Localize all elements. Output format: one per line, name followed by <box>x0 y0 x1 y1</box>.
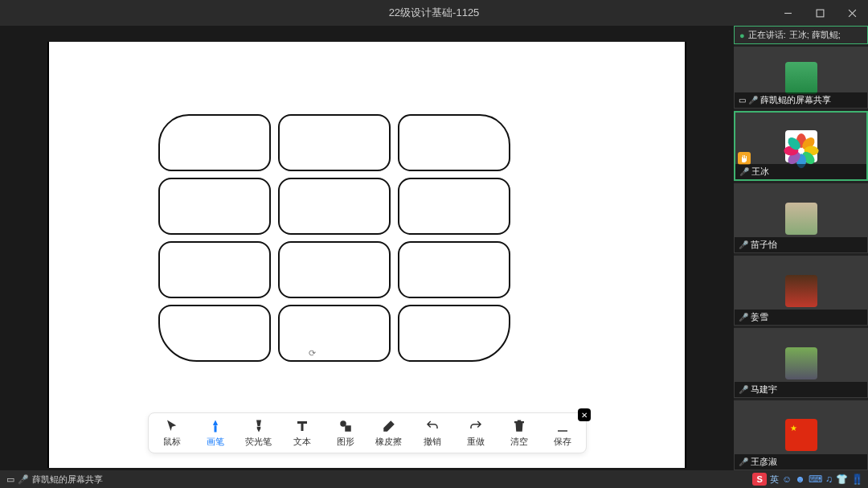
avatar <box>785 275 817 307</box>
tool-cursor[interactable]: 鼠标 <box>157 418 187 448</box>
loading-cursor-icon: ⟳ <box>309 348 316 359</box>
participant-name: 王冰 <box>751 166 769 178</box>
participant-label: ▭ 🎤 薛凯鲲的屏幕共享 <box>735 92 867 108</box>
grid-cell <box>398 178 510 235</box>
grid-cell <box>278 114 391 171</box>
pen-icon <box>207 418 223 434</box>
tool-clear[interactable]: 清空 <box>504 418 534 448</box>
highlighter-icon <box>251 418 267 434</box>
title-bar: 22级设计基础-1125 <box>0 0 868 26</box>
participant-tile[interactable]: ★ 🎤 王彦淑 <box>734 400 868 470</box>
participant-label: 🎤 王冰 <box>735 164 866 179</box>
ime-badge[interactable]: S <box>752 473 767 486</box>
maximize-button[interactable] <box>804 0 836 26</box>
shared-screen-region: ⟳ ✕ 鼠标 画笔 荧光笔 文本 <box>0 26 734 470</box>
participant-label: 🎤 姜雪 <box>735 310 867 325</box>
participant-tile[interactable]: 🎤 马建宇 <box>734 328 868 398</box>
toolbar-close-button[interactable]: ✕ <box>578 408 591 421</box>
tool-highlighter[interactable]: 荧光笔 <box>244 418 274 448</box>
grid-cell <box>158 114 271 171</box>
grid-cell <box>158 241 271 298</box>
screen-share-icon: ▭ <box>6 474 14 485</box>
tool-shapes[interactable]: 图形 <box>330 418 361 448</box>
tool-pen[interactable]: 画笔 <box>200 418 231 448</box>
mic-muted-icon: 🎤 <box>739 457 748 466</box>
undo-icon <box>424 418 440 434</box>
sharer-name: 薛凯鲲的屏幕共享 <box>32 474 103 486</box>
avatar: ★ <box>785 419 817 451</box>
grid-cell <box>278 305 391 362</box>
bottom-status-bar: ▭ 🎤 薛凯鲲的屏幕共享 S 英 ☺ ☻ ⌨ ♫ 👕 👖 <box>0 470 868 488</box>
avatar <box>785 62 817 94</box>
mic-on-icon: 🎤 <box>739 167 749 176</box>
tool-save[interactable]: 保存 <box>547 418 578 448</box>
system-tray: S 英 ☺ ☻ ⌨ ♫ 👕 👖 <box>752 470 868 488</box>
tool-undo[interactable]: 撤销 <box>417 418 448 448</box>
mic-muted-icon: 🎤 <box>748 96 758 105</box>
participant-name: 姜雪 <box>751 311 768 323</box>
avatar <box>785 347 817 379</box>
participant-name: 薛凯鲲的屏幕共享 <box>760 94 831 106</box>
tray-icon[interactable]: 👖 <box>851 474 863 485</box>
page-right-border <box>685 42 686 468</box>
tray-icon[interactable]: ⌨ <box>809 474 822 485</box>
minimize-button[interactable] <box>772 0 804 26</box>
tray-icon[interactable]: ☺ <box>782 474 792 485</box>
eraser-icon <box>381 418 397 434</box>
tray-icon[interactable]: ☻ <box>795 474 805 485</box>
grid-cell <box>158 178 271 235</box>
tray-icon[interactable]: 👕 <box>836 474 848 485</box>
mic-muted-icon: 🎤 <box>739 385 748 394</box>
avatar <box>785 203 817 235</box>
mic-active-icon: ● <box>739 31 745 40</box>
tool-eraser[interactable]: 橡皮擦 <box>374 418 404 448</box>
tool-label: 文本 <box>293 436 311 448</box>
window-controls <box>772 0 868 26</box>
tray-icon[interactable]: ♫ <box>825 474 833 485</box>
ime-lang[interactable]: 英 <box>770 474 779 486</box>
trash-icon <box>511 418 527 434</box>
cursor-icon <box>164 418 180 434</box>
tool-label: 清空 <box>510 436 528 448</box>
mic-muted-icon: 🎤 <box>739 313 748 322</box>
tool-label: 图形 <box>337 436 354 448</box>
tool-label: 鼠标 <box>163 436 181 448</box>
grid-cell <box>278 178 391 235</box>
mic-muted-icon: 🎤 <box>739 240 748 249</box>
participants-sidebar: ● 正在讲话: 王冰; 薛凯鲲; ▭ 🎤 薛凯鲲的屏幕共享 <box>734 26 868 470</box>
raised-hand-icon <box>738 152 751 165</box>
grid-cell <box>398 241 510 298</box>
save-icon <box>555 418 571 434</box>
page-left-border <box>47 42 49 468</box>
tool-redo[interactable]: 重做 <box>461 418 491 448</box>
svg-rect-5 <box>345 425 351 432</box>
participant-name: 苗子怡 <box>751 239 777 251</box>
participant-tile[interactable]: 🎤 姜雪 <box>734 256 868 326</box>
grid-cell <box>398 114 510 171</box>
redo-icon <box>468 418 484 434</box>
speaking-indicator: ● 正在讲话: 王冰; 薛凯鲲; <box>734 26 868 44</box>
participant-name: 王彦淑 <box>751 456 777 468</box>
speaking-names: 王冰; 薛凯鲲; <box>789 29 841 41</box>
close-button[interactable] <box>836 0 868 26</box>
tool-text[interactable]: 文本 <box>287 418 317 448</box>
shapes-icon <box>338 418 354 434</box>
screen-share-icon: ▭ <box>739 96 746 105</box>
tool-label: 画笔 <box>207 436 224 448</box>
avatar <box>785 130 817 162</box>
svg-rect-1 <box>817 10 824 17</box>
mic-muted-icon: 🎤 <box>18 474 29 485</box>
grid-cell <box>278 241 391 298</box>
grid-cell <box>398 305 510 362</box>
participant-tile[interactable]: ▭ 🎤 薛凯鲲的屏幕共享 <box>734 47 868 109</box>
participant-tile[interactable]: 🎤 王冰 <box>734 111 868 181</box>
whiteboard[interactable]: ⟳ ✕ 鼠标 画笔 荧光笔 文本 <box>47 42 686 468</box>
window-title: 22级设计基础-1125 <box>389 6 480 20</box>
tool-label: 撤销 <box>424 436 441 448</box>
grid-cell <box>158 305 271 362</box>
participant-label: 🎤 王彦淑 <box>735 454 867 470</box>
tool-label: 重做 <box>467 436 485 448</box>
tool-label: 橡皮擦 <box>375 436 402 448</box>
participant-label: 🎤 马建宇 <box>735 382 867 397</box>
participant-tile[interactable]: 🎤 苗子怡 <box>734 183 868 253</box>
